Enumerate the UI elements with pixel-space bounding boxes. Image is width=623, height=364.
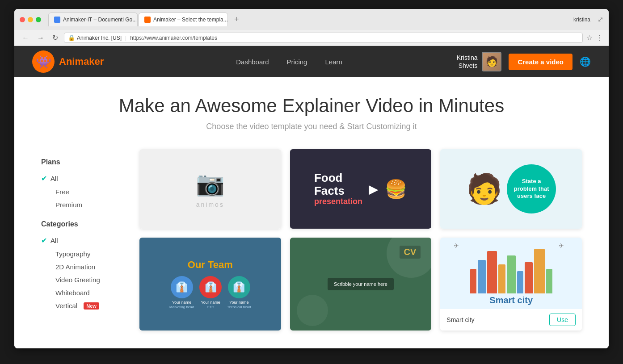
- minimize-window-button[interactable]: [28, 17, 33, 22]
- forward-button[interactable]: →: [35, 33, 46, 43]
- plan-premium-label: Premium: [55, 201, 82, 209]
- back-button[interactable]: ←: [20, 33, 31, 43]
- create-video-button[interactable]: Create a video: [509, 54, 572, 70]
- check-icon-cat-all: ✔: [41, 236, 47, 245]
- language-button[interactable]: 🌐: [580, 56, 591, 67]
- cat-typography[interactable]: Typography: [41, 247, 122, 260]
- nav-links: Dashboard Pricing Learn: [122, 58, 456, 66]
- template-thumb-explain[interactable]: 🧑 State a problem that users face: [440, 149, 582, 229]
- browser-user: kristina: [573, 17, 590, 23]
- browser-window: Animaker-IT – Documenti Go... ✕ Animaker…: [14, 9, 609, 348]
- browser-titlebar: Animaker-IT – Documenti Go... ✕ Animaker…: [14, 9, 609, 30]
- explain-bubble-text: State a problem that users face: [514, 178, 549, 201]
- browser-tab-2[interactable]: Animaker – Select the templa... ✕: [139, 13, 228, 26]
- building-7: [525, 262, 533, 293]
- team-avatar-1: 👔: [171, 276, 193, 298]
- plan-all[interactable]: ✔ All: [41, 172, 122, 185]
- team-members: 👔 Your name Marketing head 👔 Your name C…: [169, 276, 251, 309]
- user-avatar[interactable]: 🧑: [482, 52, 501, 71]
- camera-icon: 📷: [196, 170, 225, 197]
- building-6: [517, 271, 523, 293]
- close-window-button[interactable]: [20, 17, 25, 22]
- refresh-button[interactable]: ↻: [50, 33, 60, 43]
- plane-left-icon: ✈: [454, 242, 459, 249]
- use-button-city[interactable]: Use: [549, 314, 576, 326]
- food-burger-icon: 🍔: [385, 179, 407, 200]
- secure-icon: 🔒: [68, 34, 75, 41]
- nav-right: Kristina Shvets 🧑 Create a video 🌐: [457, 52, 591, 71]
- template-card-explain: 🧑 State a problem that users face Explai…: [440, 149, 582, 229]
- cat-all-label: All: [51, 237, 58, 244]
- nav-learn[interactable]: Learn: [325, 58, 342, 66]
- plan-all-label: All: [51, 175, 58, 182]
- city-buildings: [470, 249, 552, 293]
- cat-2d-animation[interactable]: 2D Animation: [41, 260, 122, 273]
- logo-area: 👾 Animaker: [32, 50, 104, 73]
- nav-pricing[interactable]: Pricing: [287, 58, 307, 66]
- template-card-cv: CV Scribble your name here CV Use: [290, 238, 432, 331]
- team-member-1: 👔 Your name Marketing head: [169, 276, 194, 309]
- building-3: [487, 251, 497, 293]
- template-card-food-facts: FoodFacts presentation ▶ 🍔 Food Facts Us…: [290, 149, 432, 229]
- building-8: [534, 249, 545, 293]
- food-subtitle: presentation: [314, 197, 362, 206]
- building-5: [507, 255, 516, 293]
- address-url: https://www.animaker.com/templates: [130, 35, 217, 41]
- logo-text[interactable]: Animaker: [59, 56, 104, 67]
- bookmark-button[interactable]: ☆: [586, 33, 593, 42]
- team-name-2: Your name: [201, 300, 220, 305]
- blank-subtext: animos: [196, 201, 224, 208]
- food-arrow-icon: ▶: [369, 182, 379, 197]
- template-thumb-blank[interactable]: 📷 animos: [139, 149, 281, 229]
- maximize-window-button[interactable]: [36, 17, 41, 22]
- browser-menu-button[interactable]: ⋮: [596, 33, 603, 42]
- plan-free[interactable]: Free: [41, 185, 122, 198]
- cat-all[interactable]: ✔ All: [41, 234, 122, 247]
- template-footer-city: Smart city Use: [440, 309, 582, 331]
- site-navbar: 👾 Animaker Dashboard Pricing Learn Krist…: [14, 46, 609, 77]
- building-4: [498, 264, 505, 293]
- template-card-team: Our Team 👔 Your name Marketing head 👔 Yo…: [139, 238, 281, 331]
- secure-company: Animaker Inc. [US]: [77, 35, 122, 41]
- cat-video-greeting[interactable]: Video Greeting: [41, 273, 122, 286]
- cat-vertical[interactable]: Vertical New: [41, 299, 122, 312]
- template-name-city: Smart city: [446, 316, 474, 323]
- building-2: [478, 260, 486, 293]
- nav-dashboard[interactable]: Dashboard: [236, 58, 269, 66]
- template-thumb-food[interactable]: FoodFacts presentation ▶ 🍔: [290, 149, 432, 229]
- address-bar[interactable]: 🔒 Animaker Inc. [US] | https://www.anima…: [64, 33, 583, 43]
- main-layout: Plans ✔ All Free Premium Categories ✔ Al…: [14, 145, 609, 348]
- new-tab-button[interactable]: +: [229, 13, 242, 26]
- cat-whiteboard[interactable]: Whiteboard: [41, 286, 122, 299]
- hero-subtitle: Choose the video template you need & Sta…: [23, 122, 600, 131]
- cat-vert-label: Vertical: [55, 302, 77, 310]
- plans-title: Plans: [41, 158, 122, 166]
- tab-favicon-1: [54, 17, 60, 23]
- city-title: Smart city: [489, 295, 533, 305]
- browser-tab-1[interactable]: Animaker-IT – Documenti Go... ✕: [48, 13, 138, 26]
- window-controls: [20, 17, 41, 22]
- logo-icon: 👾: [32, 50, 55, 73]
- user-first: Kristina: [457, 54, 478, 61]
- check-icon-plan-all: ✔: [41, 174, 47, 183]
- restore-icon[interactable]: ⤢: [598, 15, 603, 24]
- team-role-2: CTO: [207, 305, 215, 309]
- team-member-2: 👔 Your name CTO: [199, 276, 222, 309]
- template-thumb-cv[interactable]: CV Scribble your name here: [290, 238, 432, 331]
- cat-2d-label: 2D Animation: [55, 263, 95, 271]
- page-content: 👾 Animaker Dashboard Pricing Learn Krist…: [14, 46, 609, 348]
- building-9: [546, 269, 552, 293]
- template-thumb-team[interactable]: Our Team 👔 Your name Marketing head 👔 Yo…: [139, 238, 281, 331]
- team-avatar-3: 👔: [228, 276, 250, 298]
- plan-premium[interactable]: Premium: [41, 198, 122, 211]
- team-member-3: 👔 Your name Technical head: [227, 276, 251, 309]
- template-grid: 📷 animos Blank Use FoodFacts pr: [139, 145, 582, 331]
- food-title1: FoodFacts: [314, 172, 362, 197]
- cat-wb-label: Whiteboard: [55, 289, 90, 297]
- template-thumb-city[interactable]: ✈ ✈: [440, 238, 582, 309]
- team-role-1: Marketing head: [169, 305, 194, 309]
- cat-typography-label: Typography: [55, 250, 90, 258]
- categories-title: Categories: [41, 220, 122, 228]
- building-1: [470, 269, 476, 293]
- address-separator: |: [125, 35, 126, 41]
